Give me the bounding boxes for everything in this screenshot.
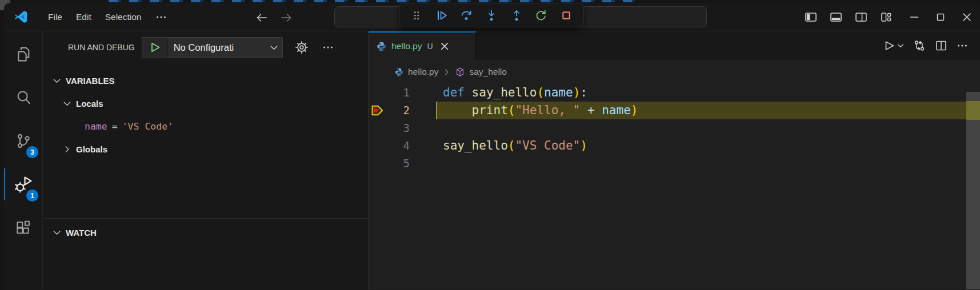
breadcrumb-file[interactable]: hello.py: [408, 67, 438, 77]
debug-continue-icon[interactable]: [433, 7, 450, 24]
variable-value: 'VS Code': [122, 121, 173, 132]
debug-launch-control: No Configurati: [142, 37, 283, 58]
globals-scope-row[interactable]: Globals: [43, 138, 368, 160]
variables-section-header[interactable]: VARIABLES: [43, 69, 368, 92]
line-number: 2: [383, 102, 410, 119]
variables-section-label: VARIABLES: [66, 76, 115, 86]
chevron-down-icon: [269, 43, 279, 53]
window-maximize-icon[interactable]: [927, 3, 954, 31]
menu-file[interactable]: File: [41, 9, 69, 25]
tab-bar: hello.py U: [369, 31, 980, 60]
editor-more-actions-icon[interactable]: [956, 39, 969, 52]
title-bar: File Edit Selection: [4, 3, 980, 31]
code-line-2-current[interactable]: 2 print("Hello, " + name): [369, 102, 980, 119]
sidebar-more-actions-icon[interactable]: [321, 40, 335, 55]
vscode-window: File Edit Selection: [4, 3, 980, 290]
variables-tree: VARIABLES Locals name = 'VS Code' Global…: [43, 69, 368, 160]
titlebar-right-controls: [801, 3, 980, 31]
activity-explorer[interactable]: [4, 33, 42, 76]
menu-overflow-icon[interactable]: [148, 8, 174, 26]
debug-toolbar: [399, 3, 584, 27]
breadcrumb-symbol[interactable]: say_hello: [469, 67, 507, 77]
extensions-icon: [14, 219, 33, 237]
line-number: 1: [383, 84, 410, 102]
vscode-logo-icon: [13, 9, 29, 25]
code-text[interactable]: say_hello("VS Code"): [443, 137, 587, 155]
window-close-icon[interactable]: [954, 3, 980, 31]
start-debugging-button[interactable]: [142, 38, 168, 58]
chevron-right-icon: [62, 144, 71, 154]
code-line-4[interactable]: 4 say_hello("VS Code"): [369, 137, 980, 155]
window-minimize-icon[interactable]: [901, 3, 927, 31]
activity-search[interactable]: [4, 76, 42, 119]
search-icon: [14, 88, 33, 107]
background-window-artifact: [109, 0, 634, 2]
menu-edit[interactable]: Edit: [69, 9, 98, 25]
debug-step-over-icon[interactable]: [458, 7, 475, 24]
line-number: 3: [383, 119, 410, 137]
activity-run-and-debug[interactable]: 1: [4, 163, 42, 206]
open-changes-icon[interactable]: [913, 39, 926, 53]
chevron-down-icon: [62, 99, 71, 108]
run-debug-sidebar: RUN AND DEBUG No Configurati VARI: [43, 31, 369, 289]
section-divider: [43, 218, 368, 219]
globals-label: Globals: [76, 144, 107, 154]
menu-bar: File Edit Selection: [41, 8, 174, 26]
debug-badge: 1: [26, 190, 38, 202]
overview-ruler-current-line-marker: [966, 101, 980, 120]
variable-name: name: [85, 121, 107, 132]
chevron-down-icon: [52, 228, 61, 237]
toggle-secondary-sidebar-icon[interactable]: [851, 7, 871, 27]
line-number: 5: [383, 155, 410, 172]
chevron-down-icon: [52, 76, 61, 85]
python-icon: [376, 41, 387, 52]
symbol-method-icon: [455, 67, 465, 77]
files-icon: [14, 45, 33, 63]
navigate-forward-icon[interactable]: [279, 10, 294, 25]
watch-section-label: WATCH: [66, 228, 97, 237]
editor-scrollbar[interactable]: [966, 92, 980, 289]
code-editor[interactable]: 1 def say_hello(name): 2 print("Hello, "…: [369, 84, 980, 289]
locals-scope-row[interactable]: Locals: [43, 92, 368, 115]
code-line-5[interactable]: 5: [369, 155, 980, 172]
line-number: 4: [383, 137, 410, 155]
tab-hello-py[interactable]: hello.py U: [369, 31, 476, 60]
run-dropdown-chevron-icon[interactable]: [897, 42, 905, 50]
split-editor-icon[interactable]: [934, 39, 948, 53]
customize-layout-icon[interactable]: [876, 7, 897, 27]
editor-group: hello.py U hello.py: [369, 31, 980, 289]
activity-source-control[interactable]: 3: [4, 119, 42, 163]
watch-section-header[interactable]: WATCH: [43, 221, 368, 244]
debug-settings-gear-icon[interactable]: [294, 40, 309, 55]
code-line-1[interactable]: 1 def say_hello(name):: [369, 84, 980, 102]
python-icon: [394, 67, 404, 77]
debug-step-into-icon[interactable]: [483, 7, 500, 24]
chevron-right-icon: [442, 68, 451, 76]
source-control-badge: 3: [26, 146, 38, 158]
variable-row-name[interactable]: name = 'VS Code': [43, 115, 368, 138]
tab-git-status-untracked: U: [427, 42, 433, 51]
activity-extensions[interactable]: [4, 206, 42, 249]
code-line-3[interactable]: 3: [369, 119, 980, 137]
breadcrumb: hello.py say_hello: [369, 60, 980, 84]
toggle-primary-sidebar-icon[interactable]: [801, 7, 821, 27]
sidebar-header: RUN AND DEBUG No Configurati: [43, 31, 368, 63]
debug-stop-icon[interactable]: [558, 7, 575, 24]
toggle-panel-icon[interactable]: [826, 7, 846, 27]
debug-configuration-label: No Configurati: [174, 42, 269, 53]
tab-close-icon[interactable]: [439, 41, 450, 52]
menu-selection[interactable]: Selection: [98, 9, 149, 25]
code-text[interactable]: print("Hello, " + name): [443, 102, 638, 119]
activity-bar: 3 1: [4, 31, 43, 289]
debug-toolbar-drag-handle[interactable]: [408, 7, 425, 24]
debug-step-out-icon[interactable]: [508, 7, 525, 24]
code-text[interactable]: def say_hello(name):: [443, 84, 587, 102]
run-python-file-icon[interactable]: [883, 39, 895, 52]
debug-restart-icon[interactable]: [533, 7, 550, 24]
desktop-background: File Edit Selection: [0, 0, 980, 290]
debug-configuration-dropdown[interactable]: No Configurati: [168, 38, 282, 58]
locals-label: Locals: [76, 99, 103, 108]
navigate-back-icon[interactable]: [254, 10, 269, 25]
sidebar-title: RUN AND DEBUG: [68, 43, 135, 52]
variable-equals: =: [107, 121, 122, 132]
